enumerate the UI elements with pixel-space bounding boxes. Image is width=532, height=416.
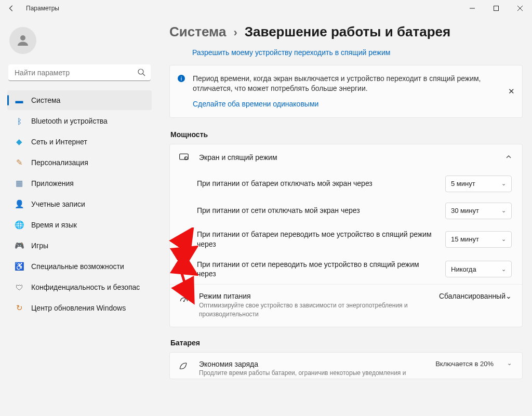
- chevron-down-icon: ⌄: [506, 292, 512, 300]
- sidebar-item-label: Сеть и Интернет: [31, 138, 87, 146]
- window-title: Параметры: [26, 5, 59, 12]
- wifi-icon: ◆: [15, 137, 24, 146]
- breadcrumb-parent[interactable]: Система: [169, 24, 226, 40]
- nav-list: ▬Система ᛒBluetooth и устройства ◆Сеть и…: [7, 90, 152, 318]
- screen-off-plugged-select[interactable]: 30 минут⌄: [445, 203, 512, 219]
- svg-rect-1: [494, 6, 499, 11]
- system-icon: ▬: [15, 96, 24, 105]
- info-icon: i: [177, 74, 185, 84]
- screen-icon: [178, 152, 190, 163]
- sidebar-item-accessibility[interactable]: ♿Специальные возможности: [7, 257, 152, 276]
- setting-row: При питании от сети отключать мой экран …: [170, 197, 522, 224]
- shield-icon: 🛡: [15, 283, 24, 292]
- profile-block[interactable]: [7, 24, 152, 61]
- sleep-plugged-select[interactable]: Никогда⌄: [445, 261, 512, 277]
- globe-icon: 🌐: [15, 220, 24, 230]
- search-input[interactable]: [8, 64, 151, 81]
- sidebar-item-apps[interactable]: ▦Приложения: [7, 173, 152, 193]
- dismiss-button[interactable]: ✕: [508, 87, 515, 96]
- battery-saver-status: Включается в 20%: [435, 360, 494, 368]
- chevron-up-icon: [506, 153, 512, 162]
- accessibility-icon: ♿: [15, 262, 24, 271]
- setting-label: При питании от батареи отключать мой экр…: [197, 179, 438, 189]
- info-banner: i Период времени, когда экран выключаетс…: [169, 65, 523, 118]
- setting-label: При питании от батареи переводить мое ус…: [197, 230, 438, 249]
- titlebar: Параметры: [0, 0, 532, 17]
- minimize-button[interactable]: [460, 0, 484, 17]
- sidebar-item-label: Bluetooth и устройства: [31, 117, 108, 125]
- power-mode-sub: Оптимизируйте свое устройство в зависимо…: [199, 301, 430, 318]
- sidebar-item-label: Конфиденциальность и безопас: [31, 283, 140, 291]
- screen-sleep-label: Экран и спящий режим: [199, 153, 496, 162]
- sidebar-item-update[interactable]: ↻Центр обновления Windows: [7, 298, 152, 318]
- sidebar-item-gaming[interactable]: 🎮Игры: [7, 236, 152, 256]
- search-box[interactable]: [8, 64, 151, 81]
- sleep-battery-select[interactable]: 15 минут⌄: [445, 231, 512, 248]
- leaf-icon: [178, 361, 190, 372]
- screen-sleep-card: Экран и спящий режим При питании от бата…: [169, 144, 523, 327]
- setting-label: При питании от сети переводить мое устро…: [197, 260, 438, 279]
- close-button[interactable]: [508, 0, 532, 17]
- power-mode-row: Режим питания Оптимизируйте свое устройс…: [170, 284, 522, 326]
- power-mode-title: Режим питания: [199, 292, 430, 300]
- sidebar-item-accounts[interactable]: 👤Учетные записи: [7, 194, 152, 214]
- setting-row: При питании от сети переводить мое устро…: [170, 254, 522, 285]
- person-icon: 👤: [15, 199, 24, 209]
- allow-sleep-link[interactable]: Разрешить моему устройству переходить в …: [169, 47, 523, 65]
- screen-sleep-header[interactable]: Экран и спящий режим: [170, 144, 522, 170]
- svg-point-4: [20, 35, 25, 41]
- chevron-down-icon: ⌄: [501, 207, 506, 214]
- battery-saver-row[interactable]: Экономия заряда Продлите время работы ба…: [170, 353, 522, 379]
- sidebar-item-label: Персонализация: [31, 158, 88, 167]
- refresh-icon: ↻: [15, 303, 24, 313]
- svg-point-12: [183, 301, 185, 302]
- battery-saver-sub: Продлите время работы батареи, ограничив…: [199, 369, 426, 377]
- chevron-down-icon: ⌄: [501, 266, 506, 273]
- chevron-down-icon: ⌄: [507, 360, 512, 367]
- sidebar-item-bluetooth[interactable]: ᛒBluetooth и устройства: [7, 111, 152, 131]
- sidebar: ▬Система ᛒBluetooth и устройства ◆Сеть и…: [0, 17, 156, 416]
- sidebar-item-label: Специальные возможности: [31, 262, 124, 271]
- sidebar-item-label: Приложения: [31, 179, 74, 187]
- battery-section-header: Батарея: [170, 339, 523, 347]
- info-link[interactable]: Сделайте оба времени одинаковыми: [193, 100, 500, 108]
- sidebar-item-label: Система: [31, 96, 60, 104]
- svg-text:i: i: [181, 75, 182, 82]
- info-text: Период времени, когда экран выключается …: [193, 74, 500, 93]
- breadcrumb: Система › Завершение работы и батарея: [169, 24, 523, 40]
- sidebar-item-label: Игры: [31, 241, 48, 250]
- chevron-right-icon: ›: [233, 26, 237, 39]
- setting-label: При питании от сети отключать мой экран …: [197, 206, 438, 216]
- svg-line-6: [143, 74, 145, 76]
- power-mode-select[interactable]: Сбалансированный⌄: [439, 292, 512, 300]
- sidebar-item-privacy[interactable]: 🛡Конфиденциальность и безопас: [7, 277, 152, 297]
- svg-point-5: [138, 69, 143, 74]
- back-button[interactable]: [6, 3, 17, 14]
- gauge-icon: [178, 293, 190, 304]
- sidebar-item-system[interactable]: ▬Система: [7, 90, 152, 110]
- sidebar-item-label: Центр обновления Windows: [31, 304, 126, 312]
- power-section-header: Мощность: [170, 130, 523, 139]
- maximize-button[interactable]: [484, 0, 508, 17]
- chevron-down-icon: ⌄: [501, 236, 506, 243]
- screen-off-battery-select[interactable]: 5 минут⌄: [445, 176, 512, 192]
- page-title: Завершение работы и батарея: [245, 24, 450, 40]
- battery-saver-card: Экономия заряда Продлите время работы ба…: [169, 352, 523, 379]
- chevron-down-icon: ⌄: [501, 180, 506, 187]
- sidebar-item-personalization[interactable]: ✎Персонализация: [7, 153, 152, 172]
- sidebar-item-label: Время и язык: [31, 221, 77, 229]
- brush-icon: ✎: [15, 158, 24, 167]
- setting-row: При питании от батареи отключать мой экр…: [170, 170, 522, 197]
- setting-row: При питании от батареи переводить мое ус…: [170, 224, 522, 254]
- bluetooth-icon: ᛒ: [15, 116, 24, 126]
- search-icon: [137, 68, 145, 78]
- apps-icon: ▦: [15, 179, 24, 188]
- main-content: Система › Завершение работы и батарея Ра…: [156, 17, 532, 416]
- avatar: [9, 27, 36, 54]
- gamepad-icon: 🎮: [15, 241, 24, 250]
- sidebar-item-label: Учетные записи: [31, 200, 85, 208]
- sidebar-item-time-language[interactable]: 🌐Время и язык: [7, 215, 152, 235]
- battery-saver-title: Экономия заряда: [199, 360, 426, 368]
- sidebar-item-network[interactable]: ◆Сеть и Интернет: [7, 132, 152, 152]
